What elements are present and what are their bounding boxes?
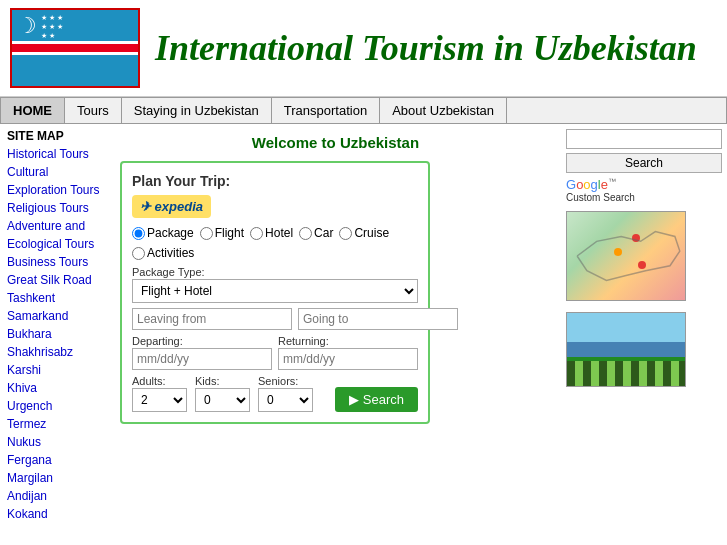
uzbekistan-photo bbox=[566, 312, 686, 387]
bridge-stripes bbox=[567, 361, 685, 386]
returning-input[interactable] bbox=[278, 348, 418, 370]
sidebar-item-karshi[interactable]: Karshi bbox=[7, 361, 103, 379]
sidebar-item-tashkent[interactable]: Tashkent bbox=[7, 289, 103, 307]
from-to-row bbox=[132, 308, 418, 330]
nav-tours[interactable]: Tours bbox=[65, 98, 122, 123]
departing-label: Departing: bbox=[132, 335, 272, 347]
departing-group: Departing: bbox=[132, 335, 272, 370]
search-label: Search bbox=[363, 392, 404, 407]
trip-type-radios: Package Flight Hotel Car Cruise Activiti… bbox=[132, 226, 418, 260]
radio-cruise[interactable]: Cruise bbox=[339, 226, 389, 240]
radio-car[interactable]: Car bbox=[299, 226, 333, 240]
expedia-badge: ✈ expedia bbox=[132, 195, 211, 218]
radio-flight[interactable]: Flight bbox=[200, 226, 244, 240]
sidebar-item-silk-road[interactable]: Great Silk Road bbox=[7, 271, 103, 289]
kids-group: Kids: 0123 bbox=[195, 375, 250, 412]
sidebar-title: SITE MAP bbox=[7, 129, 103, 143]
trip-planner-box: Plan Your Trip: ✈ expedia Package Flight… bbox=[120, 161, 430, 424]
sidebar-item-andijan[interactable]: Andijan bbox=[7, 487, 103, 505]
sidebar-item-margilan[interactable]: Margilan bbox=[7, 469, 103, 487]
package-type-row: Package Type: Flight + Hotel Flight Only… bbox=[132, 266, 418, 303]
uzbekistan-map-image bbox=[566, 211, 686, 301]
header: ☽ ★★★ ★★★ ★★ International Tourism in Uz… bbox=[0, 0, 727, 97]
google-logo: Google™ bbox=[566, 177, 722, 192]
nav-about[interactable]: About Uzbekistan bbox=[380, 98, 507, 123]
search-icon: ▶ bbox=[349, 392, 359, 407]
flag-stars: ★★★ ★★★ ★★ bbox=[41, 14, 63, 40]
flag-image: ☽ ★★★ ★★★ ★★ bbox=[10, 8, 140, 88]
welcome-title: Welcome to Uzbekistan bbox=[120, 134, 551, 151]
sidebar-item-religious-tours[interactable]: Religious Tours bbox=[7, 199, 103, 217]
photo-placeholder bbox=[567, 313, 685, 386]
sidebar-item-cultural-tours[interactable]: Cultural Exploration Tours bbox=[7, 163, 103, 199]
google-g: G bbox=[566, 177, 576, 192]
search-btn-container: ▶ Search bbox=[335, 387, 418, 412]
right-sidebar: Search Google™ Custom Search bbox=[561, 124, 727, 528]
google-search-button[interactable]: Search bbox=[566, 153, 722, 173]
expedia-logo: ✈ expedia bbox=[140, 199, 203, 214]
flag-crescent: ☽ bbox=[17, 13, 37, 39]
sidebar-item-shakhrisabz[interactable]: Shakhrisabz bbox=[7, 343, 103, 361]
pkg-type-label: Package Type: bbox=[132, 266, 418, 278]
google-g2: g bbox=[591, 177, 598, 192]
returning-label: Returning: bbox=[278, 335, 418, 347]
adults-label: Adults: bbox=[132, 375, 187, 387]
nav-staying[interactable]: Staying in Uzbekistan bbox=[122, 98, 272, 123]
sidebar-item-termez[interactable]: Termez bbox=[7, 415, 103, 433]
main-content: SITE MAP Historical Tours Cultural Explo… bbox=[0, 124, 727, 528]
center-content: Welcome to Uzbekistan Plan Your Trip: ✈ … bbox=[110, 124, 561, 528]
nav-transportation[interactable]: Transportation bbox=[272, 98, 380, 123]
seniors-group: Seniors: 0123 bbox=[258, 375, 313, 412]
sidebar-item-khiva[interactable]: Khiva bbox=[7, 379, 103, 397]
sidebar-item-business-tours[interactable]: Business Tours bbox=[7, 253, 103, 271]
sidebar-item-kokand[interactable]: Kokand bbox=[7, 505, 103, 523]
sidebar-item-fergana[interactable]: Fergana bbox=[7, 451, 103, 469]
leaving-from-input[interactable] bbox=[132, 308, 292, 330]
package-type-select[interactable]: Flight + Hotel Flight Only Hotel Only bbox=[132, 279, 418, 303]
sidebar-item-historical-tours[interactable]: Historical Tours bbox=[7, 145, 103, 163]
navigation: HOME Tours Staying in Uzbekistan Transpo… bbox=[0, 97, 727, 124]
adults-group: Adults: 1234 bbox=[132, 375, 187, 412]
flag-top-stripe: ☽ ★★★ ★★★ ★★ bbox=[12, 10, 138, 41]
sidebar-item-bukhara[interactable]: Bukhara bbox=[7, 325, 103, 343]
returning-group: Returning: bbox=[278, 335, 418, 370]
google-o2: o bbox=[583, 177, 590, 192]
site-title: International Tourism in Uzbekistan bbox=[155, 27, 697, 69]
going-to-input[interactable] bbox=[298, 308, 458, 330]
map-placeholder bbox=[567, 212, 685, 300]
seniors-select[interactable]: 0123 bbox=[258, 388, 313, 412]
google-trademark: ™ bbox=[608, 177, 616, 186]
flag-middle-stripe bbox=[12, 44, 138, 52]
custom-search-label: Custom Search bbox=[566, 192, 722, 203]
sidebar-item-urgench[interactable]: Urgench bbox=[7, 397, 103, 415]
sidebar-item-adventure-tours[interactable]: Adventure and Ecological Tours bbox=[7, 217, 103, 253]
google-search-input[interactable] bbox=[566, 129, 722, 149]
kids-select[interactable]: 0123 bbox=[195, 388, 250, 412]
search-button[interactable]: ▶ Search bbox=[335, 387, 418, 412]
radio-activities[interactable]: Activities bbox=[132, 246, 194, 260]
sidebar: SITE MAP Historical Tours Cultural Explo… bbox=[0, 124, 110, 528]
radio-package[interactable]: Package bbox=[132, 226, 194, 240]
uzbekistan-flag: ☽ ★★★ ★★★ ★★ bbox=[12, 10, 138, 86]
nav-home[interactable]: HOME bbox=[1, 98, 65, 123]
adults-select[interactable]: 1234 bbox=[132, 388, 187, 412]
sidebar-item-samarkand[interactable]: Samarkand bbox=[7, 307, 103, 325]
trip-box-title: Plan Your Trip: bbox=[132, 173, 418, 189]
kids-label: Kids: bbox=[195, 375, 250, 387]
flag-bottom-stripe bbox=[12, 55, 138, 86]
dates-row: Departing: Returning: bbox=[132, 335, 418, 370]
seniors-label: Seniors: bbox=[258, 375, 313, 387]
travelers-row: Adults: 1234 Kids: 0123 Seniors: 0123 bbox=[132, 375, 418, 412]
map-svg bbox=[567, 212, 685, 300]
sidebar-item-nukus[interactable]: Nukus bbox=[7, 433, 103, 451]
departing-input[interactable] bbox=[132, 348, 272, 370]
radio-hotel[interactable]: Hotel bbox=[250, 226, 293, 240]
google-e: e bbox=[601, 177, 608, 192]
